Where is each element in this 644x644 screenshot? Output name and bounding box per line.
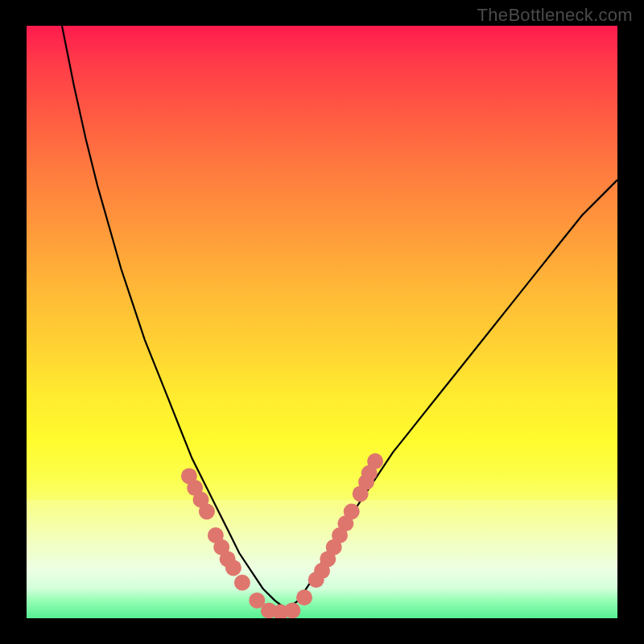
marker-dot: [225, 559, 242, 576]
chart-frame: TheBottleneck.com: [0, 0, 644, 644]
marker-dot: [344, 504, 360, 520]
marker-dot: [284, 602, 300, 618]
watermark-text: TheBottleneck.com: [477, 5, 633, 26]
acceptable-band-1: [27, 500, 617, 559]
marker-dot: [234, 575, 250, 591]
marker-dot: [296, 589, 312, 605]
plot-area: [27, 26, 617, 618]
marker-dot: [199, 504, 215, 520]
chart-svg: [27, 26, 617, 618]
marker-dot: [367, 453, 383, 469]
